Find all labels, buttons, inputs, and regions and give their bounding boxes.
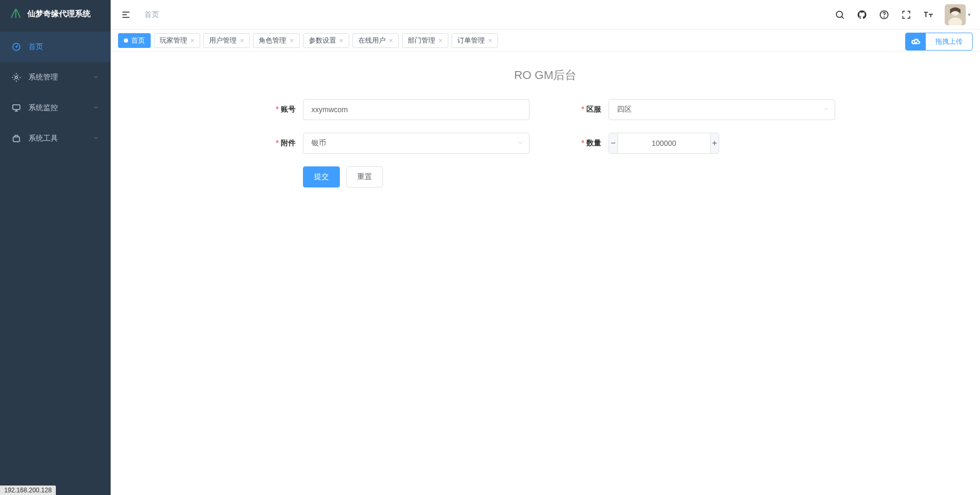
cloud-upload-icon	[906, 33, 926, 50]
sidebar-item-label: 系统管理	[28, 73, 85, 82]
chevron-down-icon	[823, 105, 829, 114]
tab-label: 部门管理	[408, 36, 435, 45]
sidebar-item-system-tools[interactable]: 系统工具	[0, 123, 111, 154]
svg-line-11	[842, 16, 844, 18]
help-icon[interactable]	[878, 9, 890, 21]
app-title: 仙梦奇缘代理系统	[27, 9, 91, 19]
search-icon[interactable]	[834, 9, 846, 21]
svg-point-2	[15, 76, 18, 79]
user-avatar[interactable]: ▾	[945, 4, 971, 25]
fullscreen-icon[interactable]	[900, 9, 912, 21]
tab-param-settings[interactable]: 参数设置 ×	[303, 33, 349, 48]
sidebar: 仙梦奇缘代理系统 首页 系统管理	[0, 0, 111, 495]
zone-label: 区服	[561, 105, 609, 114]
status-bar: 192.168.200.128	[0, 486, 56, 495]
tab-player-manage[interactable]: 玩家管理 ×	[154, 33, 200, 48]
toolbox-icon	[12, 134, 21, 143]
sidebar-item-label: 系统监控	[28, 103, 85, 113]
sidebar-item-home[interactable]: 首页	[0, 32, 111, 62]
avatar-image	[945, 4, 966, 25]
breadcrumb[interactable]: 首页	[144, 10, 159, 19]
sidebar-item-label: 首页	[28, 42, 99, 52]
quantity-label: 数量	[561, 138, 609, 148]
zone-select-value: 四区	[617, 105, 632, 114]
decrement-button[interactable]: −	[609, 133, 618, 153]
sidebar-menu: 首页 系统管理 系统监控	[0, 27, 111, 158]
fontsize-icon[interactable]	[923, 9, 934, 21]
submit-button[interactable]: 提交	[303, 166, 340, 187]
tab-user-manage[interactable]: 用户管理 ×	[203, 33, 250, 48]
attachment-label: 附件	[256, 138, 303, 148]
close-icon[interactable]: ×	[289, 37, 293, 44]
sidebar-item-label: 系统工具	[28, 134, 85, 143]
main: 首页	[111, 0, 980, 495]
tab-role-manage[interactable]: 角色管理 ×	[253, 33, 299, 48]
chevron-down-icon	[517, 139, 524, 147]
tab-label: 角色管理	[259, 36, 286, 45]
logo-icon	[9, 7, 22, 20]
form-row-zone: 区服 四区	[561, 99, 835, 120]
gear-icon	[12, 73, 21, 82]
form-actions: 提交 重置	[256, 166, 530, 187]
svg-point-19	[917, 42, 919, 44]
quantity-stepper: − +	[609, 133, 719, 154]
close-icon[interactable]: ×	[190, 37, 194, 44]
zone-select[interactable]: 四区	[609, 99, 835, 120]
caret-down-icon: ▾	[968, 12, 971, 17]
increment-button[interactable]: +	[710, 133, 719, 153]
github-icon[interactable]	[856, 9, 868, 21]
dashboard-icon	[12, 42, 21, 52]
tab-label: 用户管理	[209, 36, 237, 45]
chevron-down-icon	[93, 134, 99, 143]
form-row-account: 账号	[256, 99, 530, 120]
sidebar-item-system-manage[interactable]: 系统管理	[0, 62, 111, 93]
account-label: 账号	[256, 105, 303, 114]
tab-online-users[interactable]: 在线用户 ×	[352, 33, 399, 48]
svg-point-13	[884, 16, 885, 17]
tab-order-manage[interactable]: 订单管理 ×	[452, 33, 498, 48]
close-icon[interactable]: ×	[438, 37, 443, 44]
upload-label: 拖拽上传	[926, 37, 972, 46]
chevron-down-icon	[93, 104, 99, 112]
tab-label: 玩家管理	[160, 36, 187, 45]
tab-active-dot	[124, 38, 128, 43]
upload-button[interactable]: 拖拽上传	[905, 33, 973, 51]
page-title: RO GM后台	[132, 67, 959, 83]
close-icon[interactable]: ×	[488, 37, 492, 44]
svg-point-1	[16, 46, 17, 47]
attachment-select[interactable]: 银币	[303, 133, 530, 154]
header: 首页	[111, 0, 980, 29]
reset-button[interactable]: 重置	[346, 166, 383, 187]
close-icon[interactable]: ×	[240, 37, 244, 44]
svg-rect-6	[13, 137, 19, 142]
close-icon[interactable]: ×	[389, 37, 393, 44]
svg-point-10	[836, 11, 842, 17]
account-input[interactable]	[303, 99, 530, 120]
content: RO GM后台 账号 区服 四区	[111, 52, 980, 495]
attachment-select-value: 银币	[311, 138, 326, 148]
tab-label: 参数设置	[309, 36, 336, 45]
monitor-icon	[12, 103, 21, 113]
tab-label: 订单管理	[457, 36, 485, 45]
sidebar-item-system-monitor[interactable]: 系统监控	[0, 93, 111, 123]
tab-dept-manage[interactable]: 部门管理 ×	[402, 33, 448, 48]
tab-label: 在线用户	[358, 36, 386, 45]
close-icon[interactable]: ×	[339, 37, 344, 44]
quantity-input[interactable]	[618, 133, 710, 153]
hamburger-icon[interactable]	[120, 9, 132, 21]
svg-rect-3	[13, 105, 20, 110]
chevron-down-icon	[93, 73, 99, 82]
tab-label: 首页	[131, 36, 145, 45]
form-row-attachment: 附件 银币	[256, 133, 530, 154]
form-row-quantity: 数量 − +	[561, 133, 835, 154]
svg-point-17	[913, 41, 915, 43]
tab-home[interactable]: 首页	[118, 33, 151, 48]
sidebar-header: 仙梦奇缘代理系统	[0, 0, 111, 27]
tabs-row: 首页 玩家管理 × 用户管理 × 角色管理 × 参数设置 × 在线用户 ×	[111, 29, 980, 52]
